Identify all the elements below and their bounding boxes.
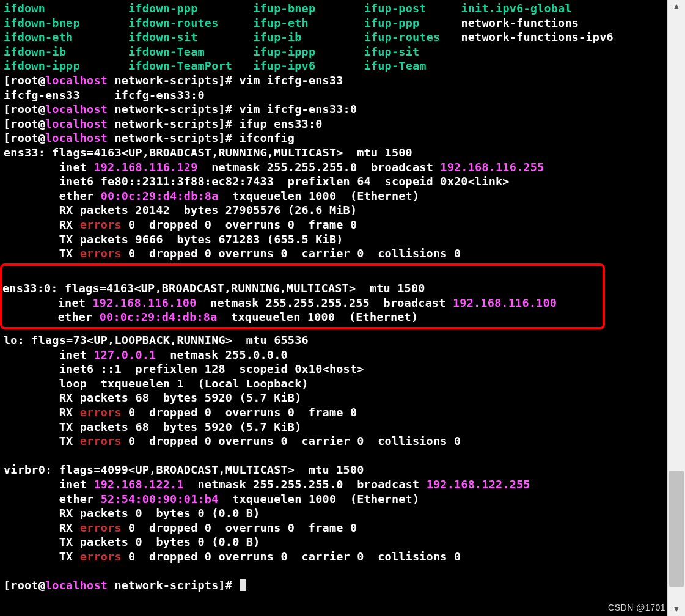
cursor	[240, 579, 246, 591]
file-listing: ifdown ifdown-ppp ifup-bnep ifup-post in…	[4, 2, 614, 72]
scrollbar[interactable]: ▲ ▼	[667, 0, 685, 616]
watermark: CSDN @1701	[608, 603, 665, 612]
scroll-thumb[interactable]	[669, 471, 684, 587]
prompt-line-final: [root@localhost network-scripts]#	[4, 579, 240, 592]
ls-line: ifcfg-ens33 ifcfg-ens33:0	[4, 89, 205, 101]
app-root: ifdown ifdown-ppp ifup-bnep ifup-post in…	[0, 0, 685, 616]
prompt-line-2: [root@localhost network-scripts]# vim if…	[4, 103, 357, 116]
iface-virbr0: virbr0: flags=4099<UP,BROADCAST,MULTICAS…	[4, 463, 530, 563]
prompt-line-3: [root@localhost network-scripts]# ifup e…	[4, 117, 323, 130]
iface-lo: lo: flags=73<UP,LOOPBACK,RUNNING> mtu 65…	[4, 334, 461, 447]
prompt-line-1: [root@localhost network-scripts]# vim if…	[4, 74, 343, 87]
scroll-up-icon[interactable]: ▲	[670, 1, 683, 12]
scroll-down-icon[interactable]: ▼	[670, 604, 683, 615]
prompt-line-4: [root@localhost network-scripts]# ifconf…	[4, 131, 295, 144]
iface-ens33: ens33: flags=4163<UP,BROADCAST,RUNNING,M…	[4, 146, 544, 260]
terminal[interactable]: ifdown ifdown-ppp ifup-bnep ifup-post in…	[0, 0, 668, 616]
iface-ens33-0-highlight: ens33:0: flags=4163<UP,BROADCAST,RUNNING…	[0, 263, 605, 329]
